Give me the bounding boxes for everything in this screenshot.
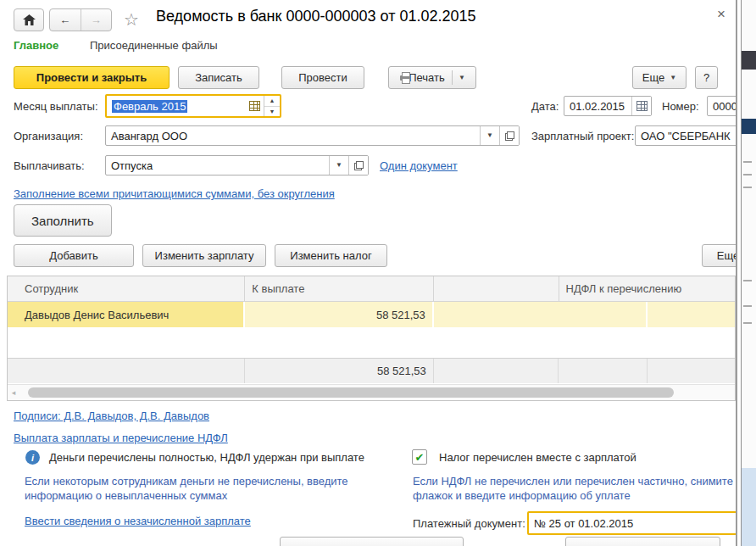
change-salary-button[interactable]: Изменить зарплату: [142, 244, 266, 267]
back-icon: ←: [59, 14, 70, 26]
cell-empty[interactable]: [434, 302, 559, 327]
table-empty-area[interactable]: [8, 327, 735, 358]
pay-dropdown-button[interactable]: ▼: [329, 156, 348, 175]
history-nav-group: ← →: [49, 8, 112, 31]
fill-all-link[interactable]: Заполнение всеми причитающимися суммами,…: [14, 187, 335, 200]
date-field[interactable]: 01.02.2015: [564, 96, 652, 116]
open-icon: [505, 131, 514, 141]
total-ndfl: [559, 359, 648, 383]
organization-value: Авангард ООО: [106, 130, 480, 142]
spin-down-icon[interactable]: ▼: [264, 107, 280, 117]
check-icon: ✔: [415, 451, 425, 464]
scroll-left-icon[interactable]: ◂: [8, 388, 19, 397]
project-value: ОАО "СБЕРБАНК: [636, 130, 737, 142]
background-text-fragment: [743, 305, 752, 307]
print-button[interactable]: Печать ▼: [388, 66, 476, 89]
tab-attached-files[interactable]: Присоединенные файлы: [90, 39, 218, 52]
total-extra: [648, 359, 735, 383]
pay-open-button[interactable]: [348, 156, 368, 175]
horizontal-scrollbar[interactable]: ◂: [8, 384, 735, 400]
post-and-close-button[interactable]: Провести и закрыть: [14, 66, 170, 89]
col-header-employee[interactable]: Сотрудник: [8, 276, 245, 301]
total-employee: [8, 359, 245, 383]
write-button[interactable]: Записать: [178, 66, 259, 89]
project-label: Зарплатный проект:: [531, 130, 634, 142]
info-glyph: i: [31, 453, 34, 463]
tax-checkbox-label[interactable]: Налог перечислен вместе с зарплатой: [439, 451, 636, 464]
close-button[interactable]: ×: [717, 6, 725, 23]
money-transferred-text: Деньги перечислены полностью, НДФЛ удерж…: [49, 451, 364, 464]
scrollbar-thumb[interactable]: [28, 387, 674, 398]
favorite-star-icon[interactable]: ☆: [124, 9, 139, 30]
cell-employee[interactable]: Давыдов Денис Васильевич: [8, 302, 245, 327]
payment-doc-field[interactable]: № 25 от 01.02.2015: [527, 511, 737, 535]
help-button[interactable]: ?: [695, 66, 718, 89]
organization-label: Организация:: [14, 130, 83, 142]
table-totals-row: 58 521,53: [8, 358, 735, 383]
table-row[interactable]: Давыдов Денис Васильевич 58 521,53: [8, 302, 735, 327]
change-tax-button[interactable]: Изменить налог: [275, 244, 387, 267]
cell-ndfl[interactable]: [559, 302, 648, 327]
month-field[interactable]: Февраль 2015 ▲ ▼: [105, 94, 281, 118]
home-icon: [23, 14, 36, 26]
date-calendar-button[interactable]: [631, 97, 651, 115]
cell-extra[interactable]: [648, 302, 735, 327]
background-text-fragment: [743, 280, 752, 281]
organization-open-button[interactable]: [499, 126, 519, 145]
pay-value: Отпуска: [106, 159, 329, 172]
organization-dropdown-button[interactable]: ▼: [480, 126, 499, 145]
payment-doc-value: № 25 от 01.02.2015: [529, 517, 737, 530]
organization-field[interactable]: Авангард ООО ▼: [105, 125, 520, 146]
month-value: Февраль 2015: [107, 100, 245, 113]
col-header-to-pay[interactable]: К выплате: [245, 276, 433, 301]
background-text-fragment: [743, 174, 752, 176]
payout-ndfl-link[interactable]: Выплата зарплаты и перечисление НДФЛ: [14, 432, 228, 444]
more-button[interactable]: Еще ▼: [632, 66, 687, 89]
cell-to-pay[interactable]: 58 521,53: [245, 302, 433, 327]
calendar-icon: [636, 101, 648, 111]
employees-table: Сотрудник К выплате НДФЛ к перечислению …: [7, 276, 736, 401]
background-window[interactable]: [741, 0, 756, 546]
fill-button[interactable]: Заполнить: [14, 204, 112, 237]
info-icon: i: [25, 450, 40, 465]
add-button[interactable]: Добавить: [14, 244, 134, 267]
number-value: 0000-: [708, 100, 737, 113]
tax-transferred-checkbox[interactable]: ✔: [412, 449, 427, 465]
date-value: 01.02.2015: [564, 100, 631, 113]
spin-up-icon[interactable]: ▲: [264, 96, 280, 107]
one-document-link[interactable]: Один документ: [380, 159, 458, 172]
table-more-button[interactable]: Еще: [702, 244, 737, 267]
forward-button[interactable]: →: [81, 14, 112, 26]
background-text-fragment: [743, 187, 752, 188]
number-field[interactable]: 0000-: [707, 96, 737, 116]
month-calendar-button[interactable]: [245, 96, 264, 116]
bottom-right-button[interactable]: [565, 537, 720, 546]
selected-text: Февраль 2015: [112, 100, 187, 113]
bottom-left-button[interactable]: [280, 537, 464, 546]
project-field[interactable]: ОАО "СБЕРБАНК: [635, 125, 737, 146]
number-label: Номер:: [662, 100, 699, 113]
signatures-link[interactable]: Подписи: Д.В. Давыдов, Д.В. Давыдов: [14, 410, 209, 422]
screen: ← → ☆ Ведомость в банк 0000-000003 от 01…: [0, 0, 756, 546]
chevron-down-icon[interactable]: ▼: [459, 75, 465, 81]
pay-field[interactable]: Отпуска ▼: [105, 155, 369, 176]
post-button[interactable]: Провести: [281, 66, 364, 89]
background-text-fragment: [743, 322, 752, 324]
back-button[interactable]: ←: [50, 14, 81, 26]
col-header-ndfl[interactable]: НДФЛ к перечислению: [559, 276, 736, 301]
tab-main[interactable]: Главное: [14, 39, 58, 52]
col-header-empty[interactable]: [434, 276, 559, 301]
chevron-down-icon: ▼: [670, 75, 676, 81]
forward-icon: →: [91, 14, 102, 26]
background-window-title-bar: [742, 119, 756, 134]
home-button[interactable]: [14, 8, 44, 31]
total-to-pay: 58 521,53: [245, 359, 433, 383]
document-window: ← → ☆ Ведомость в банк 0000-000003 от 01…: [0, 0, 737, 546]
open-icon: [354, 161, 364, 170]
pay-label: Выплачивать:: [14, 159, 85, 172]
printer-icon: [399, 72, 403, 83]
enter-unpaid-link[interactable]: Ввести сведения о незачисленной зарплате: [25, 515, 251, 527]
month-label: Месяц выплаты:: [14, 100, 98, 113]
calendar-icon: [249, 101, 260, 111]
date-label: Дата:: [531, 100, 559, 113]
